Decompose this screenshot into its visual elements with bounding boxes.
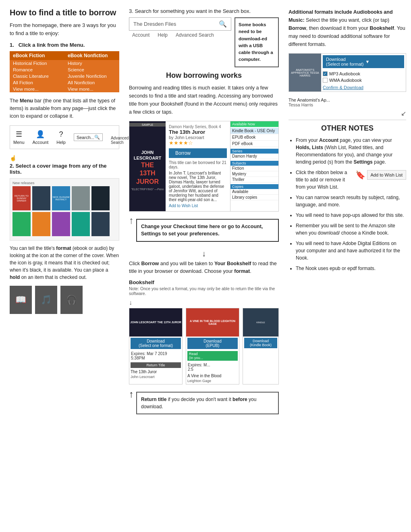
- book-cover-1[interactable]: RETURN TO SUNDAY DINNER: [12, 186, 31, 210]
- series-section-label: Series: [230, 149, 278, 154]
- menu-item-classic[interactable]: Classic Literature: [10, 73, 64, 79]
- df-download-btn[interactable]: Download(Select one format) ▼: [323, 55, 404, 68]
- arrow-curved-icon: ↙: [289, 110, 406, 117]
- book-cover-3[interactable]: NICK OLDHAM INSTINCT: [52, 186, 70, 210]
- bs-card-author-2: Leighton Gage: [186, 379, 239, 384]
- bs-read-area: Read(In you...: [186, 350, 239, 362]
- bs-card-3: KINDLE Download(Kindle Book): [243, 308, 279, 384]
- book-covers-grid: New releases RETURN TO SUNDAY DINNER NIC…: [10, 178, 119, 241]
- book-cover-6[interactable]: [12, 212, 31, 236]
- bs-card-title-1: The 13th Juror: [129, 369, 182, 375]
- menu-item-romance[interactable]: Romance: [10, 66, 64, 73]
- menu-item-historical[interactable]: Historical Fiction: [10, 60, 64, 66]
- add-wishlist-btn[interactable]: Add to Wish List: [367, 170, 406, 180]
- step1-label: 1. Click a link from the Menu.: [10, 42, 119, 48]
- menu-item-more-fiction[interactable]: View more...: [10, 86, 64, 92]
- df-book-author: Tessa Harris: [289, 102, 406, 107]
- add-wishlist-link[interactable]: Add to Wish List: [169, 204, 227, 208]
- df-right-panel: Download(Select one format) ▼ ✓ MP3 Audi…: [321, 54, 406, 91]
- wish-list-mock: 🔖 Add to Wish List: [355, 169, 406, 181]
- other-notes-list: From your Account page, you can view you…: [289, 137, 406, 272]
- menu-mockup: eBook Fiction Historical Fiction Romance…: [10, 51, 119, 92]
- download-format-mock: ANATOMIST'S APPRENTICE TESSA HARRIS Down…: [289, 53, 406, 92]
- book-cover-4[interactable]: [72, 186, 90, 210]
- menu-item-juvenile[interactable]: Juvenile Nonfiction: [64, 73, 119, 79]
- borrow-note: This title can be borrowed for 21 days.: [169, 160, 227, 169]
- star-rating: ★★★★☆: [169, 140, 227, 146]
- wma-checkbox[interactable]: [323, 78, 328, 83]
- new-releases-label: New releases: [12, 181, 116, 185]
- menu-header-nonfiction[interactable]: eBook Nonfiction: [64, 51, 119, 60]
- bs-cover-juror-text: JOHN LESCROART THE 13TH JUROR: [130, 321, 181, 324]
- search-value: The Dresden Files: [133, 21, 176, 27]
- nav-menu-item[interactable]: ☰ Menu: [13, 130, 25, 145]
- subject-thriller[interactable]: Thriller: [230, 177, 278, 183]
- book-cover-10[interactable]: [91, 212, 110, 236]
- sample-badge: SAMPLE: [129, 123, 166, 127]
- menu-item-history[interactable]: History: [64, 60, 119, 66]
- df-option-mp3[interactable]: ✓ MP3 Audiobook: [323, 71, 404, 77]
- nav-search-bar[interactable]: Search... 🔍: [74, 133, 103, 141]
- bs-download-btn-1[interactable]: Download(Select one format): [131, 338, 181, 349]
- book-detail-right: Available Now Kindle Book - USE Only EPU…: [230, 121, 278, 211]
- link-account[interactable]: Account: [132, 32, 149, 38]
- search-bar[interactable]: The Dresden Files 🔍: [129, 17, 231, 31]
- book-cover-9[interactable]: [72, 212, 90, 236]
- book-cover-8[interactable]: [52, 212, 70, 236]
- menu-item-allnonfiction[interactable]: All Nonfiction: [64, 79, 119, 86]
- copies-library: Library copies: [230, 195, 278, 200]
- nav-search-icon: 🔍: [94, 135, 100, 140]
- click-borrow-text: Click Borrow and you will be taken to Yo…: [129, 260, 279, 275]
- bs-cover-kindle: KINDLE: [243, 308, 278, 337]
- mp3-label: MP3 Audiobook: [329, 71, 360, 76]
- note-item-5: Remember you will be sent to the Amazon …: [296, 222, 406, 237]
- subject-mystery[interactable]: Mystery: [230, 171, 278, 177]
- nav-account-item[interactable]: 👤 Account: [33, 130, 49, 145]
- link-advanced-search[interactable]: Advanced Search: [176, 32, 214, 38]
- before-bold: before: [232, 397, 247, 402]
- book-cover-5[interactable]: [91, 186, 110, 210]
- menu-header-fiction[interactable]: eBook Fiction: [10, 51, 64, 60]
- wish-list-text: Click the ribbon below a title to add or…: [296, 169, 352, 191]
- borrow-button[interactable]: Borrow: [169, 148, 227, 158]
- advanced-search-label: Advanced Search: [111, 136, 129, 145]
- bs-expires-2: Expires: M...2:5: [186, 362, 239, 373]
- search-icon[interactable]: 🔍: [219, 20, 227, 28]
- link-help[interactable]: Help: [158, 32, 168, 38]
- bookshelf-cards: JOHN LESCROART THE 13TH JUROR Download(S…: [129, 308, 279, 384]
- bs-download-btn-2[interactable]: Download(EPUB): [187, 338, 238, 349]
- step3-label: 3. Search for something you want in the …: [129, 8, 279, 14]
- bs-read-btn[interactable]: Read(In you...: [187, 351, 238, 361]
- confirm-download-link[interactable]: Confirm & Download: [323, 85, 404, 90]
- menu-item-more-nonfiction[interactable]: View more...: [64, 86, 119, 92]
- cover-tagline: "ELECTRIFYING" —Penn: [131, 188, 164, 191]
- mp3-checkbox[interactable]: ✓: [323, 71, 328, 76]
- bs-card-title-2: A Vine in the Blood: [186, 373, 239, 379]
- arrow-down-2: ↓: [129, 299, 279, 306]
- nav-help-item[interactable]: ? Help: [56, 130, 66, 145]
- df-book-info: The Anatomist's Ap... Tessa Harris: [289, 98, 406, 107]
- menu-item-science[interactable]: Science: [64, 66, 119, 73]
- book-series: Damon Hardy Series, Book 4: [169, 125, 227, 129]
- format-icon-book: 📖: [10, 286, 32, 314]
- bs-cover-vine: A VINE IN THE BLOOD LEIGHTON GAGE: [186, 308, 239, 337]
- copies-label: Copies: [230, 184, 278, 189]
- format-kindle[interactable]: Kindle Book - USE Only: [230, 128, 278, 134]
- df-option-wma[interactable]: WMA Audiobook: [323, 77, 404, 83]
- format-pdf[interactable]: PDF eBook: [230, 141, 278, 147]
- bs-return-btn-1[interactable]: Return Title: [131, 362, 181, 368]
- menu-item-allfiction[interactable]: All Fiction: [10, 79, 64, 86]
- format-epub[interactable]: EPUB eBook: [230, 134, 278, 141]
- ribbon-icon: 🔖: [355, 169, 365, 181]
- note-item-3: You can narrow search results by subject…: [296, 194, 406, 208]
- book-cover-7[interactable]: [32, 212, 50, 236]
- format-icons: 📖 🎵 🎧: [10, 286, 119, 314]
- nav-account-label: Account: [33, 140, 49, 145]
- how-borrow-title: How borrowing works: [129, 71, 279, 80]
- df-download-label: Download(Select one format): [326, 57, 364, 66]
- book-cover-2[interactable]: [32, 186, 50, 210]
- bookshelf-title: Bookshelf: [129, 279, 279, 285]
- bs-download-btn-3[interactable]: Download(Kindle Book): [244, 338, 277, 348]
- subject-fiction[interactable]: Fiction: [230, 166, 278, 171]
- some-books-callout: Some books need to be download-ed with a…: [235, 17, 279, 67]
